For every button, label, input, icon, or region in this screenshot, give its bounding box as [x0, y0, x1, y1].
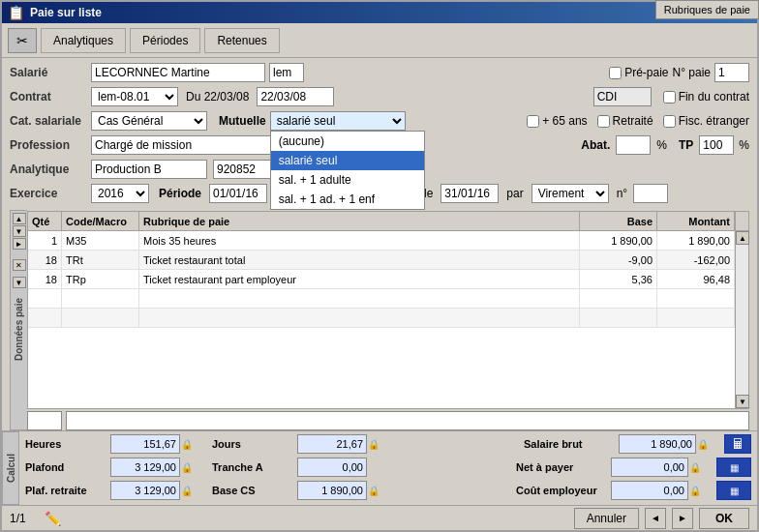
- donnees-paie-label: Données paie: [14, 298, 24, 361]
- heures-lock-icon: 🔒: [181, 439, 193, 450]
- plus65-checkbox[interactable]: [527, 115, 539, 128]
- table-input-qte[interactable]: [27, 411, 62, 430]
- base-cs-input[interactable]: [297, 481, 367, 500]
- cat-salariale-select[interactable]: Cas Général: [91, 111, 207, 131]
- heures-input[interactable]: [110, 434, 180, 454]
- arrow-right-btn[interactable]: ►: [13, 238, 26, 250]
- dropdown-item-sal-adulte[interactable]: sal. + 1 adulte: [271, 170, 424, 190]
- calcul-row-3: Plaf. retraite 🔒 Base CS 🔒 Coût employeu…: [25, 481, 751, 500]
- heures-label: Heures: [25, 438, 103, 450]
- table-header: Qté Code/Macro Rubrique de paie Base Mon…: [28, 212, 748, 231]
- findcontrat-label: Fin du contrat: [663, 90, 749, 103]
- calc-display-top: ▦: [716, 458, 751, 477]
- ok-button[interactable]: OK: [699, 508, 749, 529]
- dropdown-item-aucune[interactable]: (aucune): [271, 132, 424, 151]
- arrow-down-btn[interactable]: ▼: [13, 225, 26, 237]
- table-row[interactable]: 1 M35 Mois 35 heures 1 890,00 1 890,00: [28, 231, 748, 251]
- cat-salariale-row: Cat. salariale Cas Général Mutuelle (auc…: [10, 110, 749, 132]
- exercice-select[interactable]: 2016: [91, 184, 149, 203]
- annuler-button[interactable]: Annuler: [574, 508, 639, 529]
- window-title: Paie sur liste: [30, 6, 102, 19]
- next-button[interactable]: ►: [672, 508, 693, 529]
- toolbar: ✂ Analytiques Périodes Retenues: [2, 23, 757, 58]
- table-content: Rubriques de paie Qté Code/Macro Rubriqu…: [27, 210, 749, 430]
- reglt-date-input[interactable]: [440, 184, 499, 203]
- td-montant-2: -162,00: [657, 251, 735, 269]
- tab-retenues[interactable]: Retenues: [204, 28, 279, 53]
- contrat-date-input[interactable]: [257, 87, 334, 106]
- plafond-input[interactable]: [110, 458, 180, 477]
- td-qte-2: 18: [28, 251, 62, 269]
- td-code-3: TRp: [62, 270, 139, 288]
- scroll-track: [736, 245, 748, 395]
- plaf-retraite-input[interactable]: [110, 481, 180, 500]
- calcul-section: Calcul Heures 🔒 Jours 🔒 Salaire brut: [2, 430, 757, 505]
- net-payer-lock-icon: 🔒: [689, 462, 701, 473]
- fisc-checkbox[interactable]: [663, 115, 676, 128]
- jours-input[interactable]: [297, 434, 367, 454]
- profession-input[interactable]: [91, 135, 285, 155]
- abat-input[interactable]: [616, 135, 651, 155]
- dropdown-item-salarie-seul[interactable]: salarié seul: [271, 151, 424, 170]
- retraite-label: Retraité: [597, 114, 653, 128]
- analytique-input[interactable]: [91, 160, 207, 179]
- th-qte: Qté: [28, 212, 62, 230]
- page-indicator: 1/1: [10, 512, 39, 525]
- prepaie-checkbox-label: Pré-paie: [609, 66, 668, 79]
- arrow-up-btn[interactable]: ▲: [13, 213, 26, 224]
- findcontrat-checkbox[interactable]: [663, 91, 676, 103]
- table-row-empty[interactable]: [28, 289, 748, 309]
- tab-periodes[interactable]: Périodes: [130, 28, 200, 53]
- cout-employeur-input[interactable]: [611, 481, 688, 500]
- calculator-icon[interactable]: 🖩: [724, 434, 751, 454]
- tranche-a-label: Tranche A: [212, 461, 289, 473]
- base-cs-lock-icon: 🔒: [368, 486, 380, 496]
- arrow-down2-btn[interactable]: ▼: [13, 277, 26, 288]
- scroll-up-button[interactable]: ▲: [736, 231, 749, 245]
- plus65-label: + 65 ans: [527, 114, 587, 128]
- table-row[interactable]: 18 TRp Ticket restaurant part employeur …: [28, 270, 748, 289]
- contrat-select[interactable]: lem-08.01: [91, 87, 178, 106]
- tp-input[interactable]: [699, 135, 734, 155]
- toolbar-icon[interactable]: ✂: [8, 28, 37, 53]
- base-cs-field: 🔒: [297, 481, 380, 500]
- table-row[interactable]: 18 TRt Ticket restaurant total -9,00 -16…: [28, 251, 748, 270]
- prepaie-checkbox[interactable]: [609, 67, 622, 79]
- calcul-label: Calcul: [6, 454, 16, 483]
- prev-button[interactable]: ◄: [645, 508, 666, 529]
- tab-analytiques[interactable]: Analytiques: [41, 28, 126, 53]
- plaf-retraite-label: Plaf. retraite: [25, 485, 103, 496]
- salaire-brut-input[interactable]: [619, 434, 696, 454]
- salarie-label: Salarié: [10, 66, 87, 79]
- nopaie-input[interactable]: [714, 63, 749, 82]
- cross-btn[interactable]: ✕: [13, 259, 26, 271]
- main-window: 📋 Paie sur liste ─ □ ✕ ✂ Analytiques Pér…: [0, 0, 759, 532]
- cout-employeur-label: Coût employeur: [516, 485, 603, 496]
- exercice-label: Exercice: [10, 187, 87, 200]
- salarie-input[interactable]: [91, 63, 265, 82]
- periode-from-input[interactable]: [209, 184, 267, 203]
- salarie-code-input[interactable]: [269, 63, 304, 82]
- net-payer-field: 🔒: [611, 458, 701, 477]
- retraite-checkbox[interactable]: [597, 115, 610, 128]
- scroll-down-button[interactable]: ▼: [736, 395, 749, 408]
- jours-lock-icon: 🔒: [368, 439, 380, 450]
- analytique-code-input[interactable]: [213, 160, 271, 179]
- th-rubrique: Rubrique de paie: [139, 212, 580, 230]
- plafond-lock-icon: 🔒: [181, 462, 193, 473]
- mutuelle-select[interactable]: (aucune) salarié seul sal. + 1 adulte sa…: [270, 111, 406, 131]
- par-select[interactable]: Virement: [531, 184, 609, 203]
- contrat-label: Contrat: [10, 90, 87, 103]
- calcul-content: Heures 🔒 Jours 🔒 Salaire brut 🔒 🖩: [19, 431, 757, 505]
- dropdown-item-sal-ad-enf[interactable]: sal. + 1 ad. + 1 enf: [271, 190, 424, 209]
- donnees-paie-section: ▲ ▼ ► ✕ ▼ Données paie Rubriques de paie…: [10, 210, 749, 430]
- jours-label: Jours: [212, 438, 289, 450]
- table-input-rubrique[interactable]: [66, 411, 749, 430]
- net-payer-input[interactable]: [611, 458, 688, 477]
- tranche-a-input[interactable]: [297, 458, 367, 477]
- table-row-empty[interactable]: [28, 309, 748, 328]
- no-input[interactable]: [633, 184, 668, 203]
- fisc-label: Fisc. étranger: [663, 114, 749, 128]
- salaire-brut-lock-icon: 🔒: [697, 439, 709, 450]
- profession-label: Profession: [10, 138, 87, 152]
